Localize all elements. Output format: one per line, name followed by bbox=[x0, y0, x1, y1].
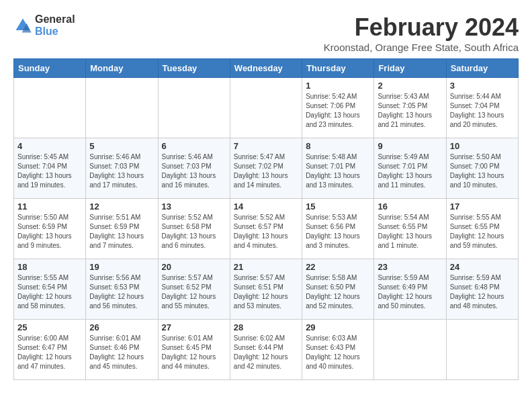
date-number: 18 bbox=[17, 262, 82, 272]
calendar-cell: 14Sunrise: 5:52 AM Sunset: 6:57 PM Dayli… bbox=[230, 199, 302, 259]
page-header: General Blue February 2024 Kroonstad, Or… bbox=[13, 13, 519, 53]
calendar-table: SundayMondayTuesdayWednesdayThursdayFrid… bbox=[13, 58, 519, 380]
calendar-cell: 22Sunrise: 5:58 AM Sunset: 6:50 PM Dayli… bbox=[302, 259, 374, 320]
calendar-cell bbox=[86, 78, 158, 138]
calendar-cell: 11Sunrise: 5:50 AM Sunset: 6:59 PM Dayli… bbox=[14, 199, 86, 259]
calendar-cell: 27Sunrise: 6:01 AM Sunset: 6:45 PM Dayli… bbox=[158, 320, 230, 380]
date-number: 29 bbox=[306, 322, 370, 332]
cell-info: Sunrise: 5:48 AM Sunset: 7:01 PM Dayligh… bbox=[306, 152, 370, 190]
calendar-cell: 17Sunrise: 5:55 AM Sunset: 6:55 PM Dayli… bbox=[446, 199, 518, 259]
cell-info: Sunrise: 5:52 AM Sunset: 6:58 PM Dayligh… bbox=[162, 213, 226, 250]
calendar-week-row: 18Sunrise: 5:55 AM Sunset: 6:54 PM Dayli… bbox=[14, 259, 519, 320]
date-number: 24 bbox=[450, 262, 515, 272]
cell-info: Sunrise: 5:45 AM Sunset: 7:04 PM Dayligh… bbox=[17, 152, 82, 190]
cell-info: Sunrise: 5:47 AM Sunset: 7:02 PM Dayligh… bbox=[234, 152, 298, 190]
logo-icon bbox=[13, 16, 32, 35]
date-number: 26 bbox=[89, 322, 154, 332]
calendar-cell: 5Sunrise: 5:46 AM Sunset: 7:03 PM Daylig… bbox=[86, 138, 158, 199]
calendar-cell: 1Sunrise: 5:42 AM Sunset: 7:06 PM Daylig… bbox=[302, 78, 374, 138]
cell-info: Sunrise: 5:44 AM Sunset: 7:04 PM Dayligh… bbox=[450, 92, 515, 130]
date-number: 9 bbox=[378, 141, 442, 151]
date-number: 20 bbox=[162, 262, 226, 272]
cell-info: Sunrise: 5:42 AM Sunset: 7:06 PM Dayligh… bbox=[306, 92, 370, 130]
page-subtitle: Kroonstad, Orange Free State, South Afri… bbox=[324, 42, 519, 53]
cell-info: Sunrise: 6:01 AM Sunset: 6:46 PM Dayligh… bbox=[89, 334, 154, 371]
calendar-week-row: 25Sunrise: 6:00 AM Sunset: 6:47 PM Dayli… bbox=[14, 320, 519, 380]
cell-info: Sunrise: 5:58 AM Sunset: 6:50 PM Dayligh… bbox=[306, 273, 370, 311]
cell-info: Sunrise: 5:53 AM Sunset: 6:56 PM Dayligh… bbox=[306, 213, 370, 250]
date-number: 12 bbox=[89, 201, 154, 212]
calendar-cell: 12Sunrise: 5:51 AM Sunset: 6:59 PM Dayli… bbox=[86, 199, 158, 259]
calendar-cell: 2Sunrise: 5:43 AM Sunset: 7:05 PM Daylig… bbox=[374, 78, 446, 138]
date-number: 17 bbox=[450, 201, 515, 212]
date-number: 11 bbox=[17, 201, 82, 212]
date-number: 1 bbox=[306, 81, 370, 91]
cell-info: Sunrise: 5:55 AM Sunset: 6:54 PM Dayligh… bbox=[17, 273, 82, 311]
calendar-cell: 15Sunrise: 5:53 AM Sunset: 6:56 PM Dayli… bbox=[302, 199, 374, 259]
calendar-week-row: 4Sunrise: 5:45 AM Sunset: 7:04 PM Daylig… bbox=[14, 138, 519, 199]
calendar-cell: 3Sunrise: 5:44 AM Sunset: 7:04 PM Daylig… bbox=[446, 78, 518, 138]
date-number: 14 bbox=[234, 201, 298, 212]
calendar-cell: 18Sunrise: 5:55 AM Sunset: 6:54 PM Dayli… bbox=[14, 259, 86, 320]
date-number: 3 bbox=[450, 81, 515, 91]
calendar-cell: 4Sunrise: 5:45 AM Sunset: 7:04 PM Daylig… bbox=[14, 138, 86, 199]
cell-info: Sunrise: 5:59 AM Sunset: 6:48 PM Dayligh… bbox=[450, 273, 515, 311]
logo: General Blue bbox=[13, 13, 75, 37]
calendar-cell: 20Sunrise: 5:57 AM Sunset: 6:52 PM Dayli… bbox=[158, 259, 230, 320]
cell-info: Sunrise: 5:55 AM Sunset: 6:55 PM Dayligh… bbox=[450, 213, 515, 250]
day-header-tuesday: Tuesday bbox=[158, 59, 230, 78]
logo-general: General bbox=[35, 13, 75, 26]
day-header-sunday: Sunday bbox=[14, 59, 86, 78]
day-header-thursday: Thursday bbox=[302, 59, 374, 78]
date-number: 4 bbox=[17, 141, 82, 151]
date-number: 8 bbox=[306, 141, 370, 151]
date-number: 6 bbox=[162, 141, 226, 151]
date-number: 10 bbox=[450, 141, 515, 151]
cell-info: Sunrise: 5:52 AM Sunset: 6:57 PM Dayligh… bbox=[234, 213, 298, 250]
cell-info: Sunrise: 5:54 AM Sunset: 6:55 PM Dayligh… bbox=[378, 213, 442, 250]
cell-info: Sunrise: 5:57 AM Sunset: 6:52 PM Dayligh… bbox=[162, 273, 226, 311]
calendar-cell bbox=[158, 78, 230, 138]
calendar-cell: 9Sunrise: 5:49 AM Sunset: 7:01 PM Daylig… bbox=[374, 138, 446, 199]
cell-info: Sunrise: 5:50 AM Sunset: 7:00 PM Dayligh… bbox=[450, 152, 515, 190]
cell-info: Sunrise: 5:59 AM Sunset: 6:49 PM Dayligh… bbox=[378, 273, 442, 311]
page-title: February 2024 bbox=[324, 13, 519, 42]
title-area: February 2024 Kroonstad, Orange Free Sta… bbox=[324, 13, 519, 53]
cell-info: Sunrise: 5:43 AM Sunset: 7:05 PM Dayligh… bbox=[378, 92, 442, 130]
calendar-cell bbox=[230, 78, 302, 138]
calendar-cell: 10Sunrise: 5:50 AM Sunset: 7:00 PM Dayli… bbox=[446, 138, 518, 199]
cell-info: Sunrise: 6:01 AM Sunset: 6:45 PM Dayligh… bbox=[162, 334, 226, 371]
date-number: 2 bbox=[378, 81, 442, 91]
calendar-header-row: SundayMondayTuesdayWednesdayThursdayFrid… bbox=[14, 59, 519, 78]
cell-info: Sunrise: 6:00 AM Sunset: 6:47 PM Dayligh… bbox=[17, 334, 82, 371]
logo-text: General Blue bbox=[35, 13, 75, 37]
day-header-wednesday: Wednesday bbox=[230, 59, 302, 78]
cell-info: Sunrise: 5:51 AM Sunset: 6:59 PM Dayligh… bbox=[89, 213, 154, 250]
day-header-monday: Monday bbox=[86, 59, 158, 78]
cell-info: Sunrise: 5:56 AM Sunset: 6:53 PM Dayligh… bbox=[89, 273, 154, 311]
cell-info: Sunrise: 5:49 AM Sunset: 7:01 PM Dayligh… bbox=[378, 152, 442, 190]
calendar-week-row: 1Sunrise: 5:42 AM Sunset: 7:06 PM Daylig… bbox=[14, 78, 519, 138]
date-number: 28 bbox=[234, 322, 298, 332]
date-number: 15 bbox=[306, 201, 370, 212]
date-number: 25 bbox=[17, 322, 82, 332]
calendar-cell: 21Sunrise: 5:57 AM Sunset: 6:51 PM Dayli… bbox=[230, 259, 302, 320]
calendar-week-row: 11Sunrise: 5:50 AM Sunset: 6:59 PM Dayli… bbox=[14, 199, 519, 259]
calendar-cell: 29Sunrise: 6:03 AM Sunset: 6:43 PM Dayli… bbox=[302, 320, 374, 380]
cell-info: Sunrise: 6:02 AM Sunset: 6:44 PM Dayligh… bbox=[234, 334, 298, 371]
calendar-cell: 23Sunrise: 5:59 AM Sunset: 6:49 PM Dayli… bbox=[374, 259, 446, 320]
calendar-cell bbox=[14, 78, 86, 138]
cell-info: Sunrise: 6:03 AM Sunset: 6:43 PM Dayligh… bbox=[306, 334, 370, 371]
cell-info: Sunrise: 5:57 AM Sunset: 6:51 PM Dayligh… bbox=[234, 273, 298, 311]
day-header-friday: Friday bbox=[374, 59, 446, 78]
day-header-saturday: Saturday bbox=[446, 59, 518, 78]
calendar-cell: 25Sunrise: 6:00 AM Sunset: 6:47 PM Dayli… bbox=[14, 320, 86, 380]
calendar-cell: 8Sunrise: 5:48 AM Sunset: 7:01 PM Daylig… bbox=[302, 138, 374, 199]
calendar-cell bbox=[374, 320, 446, 380]
cell-info: Sunrise: 5:46 AM Sunset: 7:03 PM Dayligh… bbox=[89, 152, 154, 190]
date-number: 23 bbox=[378, 262, 442, 272]
cell-info: Sunrise: 5:46 AM Sunset: 7:03 PM Dayligh… bbox=[162, 152, 226, 190]
calendar-cell: 26Sunrise: 6:01 AM Sunset: 6:46 PM Dayli… bbox=[86, 320, 158, 380]
date-number: 22 bbox=[306, 262, 370, 272]
calendar-cell: 13Sunrise: 5:52 AM Sunset: 6:58 PM Dayli… bbox=[158, 199, 230, 259]
